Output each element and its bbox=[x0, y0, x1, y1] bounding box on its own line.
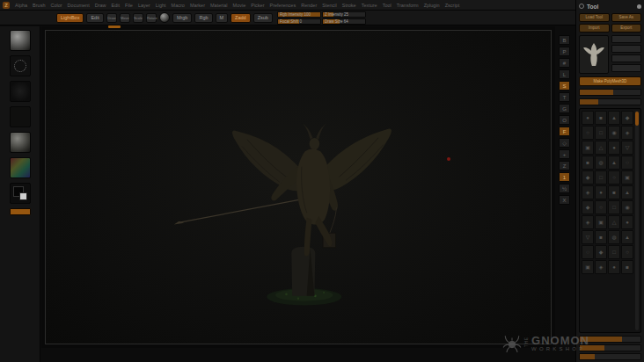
menu-item[interactable]: Preferences bbox=[267, 3, 299, 8]
frame-icon[interactable]: F bbox=[559, 127, 570, 136]
tool-inventory-item[interactable]: ◆ bbox=[582, 170, 594, 185]
xyz-icon[interactable]: X bbox=[559, 195, 570, 205]
palette-menu-icon[interactable] bbox=[579, 4, 584, 9]
menu-item[interactable]: Layer bbox=[135, 3, 153, 8]
tool-option-button[interactable] bbox=[611, 64, 641, 72]
tool-inventory-item[interactable]: □ bbox=[608, 200, 620, 214]
tool-panel-button[interactable]: Import bbox=[579, 24, 610, 33]
tool-inventory-item[interactable]: ■ bbox=[595, 111, 607, 125]
ghost-icon[interactable]: G bbox=[559, 104, 570, 113]
solo-icon[interactable]: O bbox=[559, 115, 570, 125]
tool-inventory-item[interactable]: ● bbox=[595, 185, 607, 199]
menu-item[interactable]: Light bbox=[153, 3, 169, 8]
menu-item[interactable]: Edit bbox=[109, 3, 122, 8]
tool-inventory-item[interactable]: □ bbox=[608, 245, 620, 259]
texture-thumbnail[interactable] bbox=[10, 106, 31, 127]
menu-item[interactable]: Brush bbox=[30, 3, 48, 8]
tool-inventory-item[interactable]: ◍ bbox=[608, 230, 620, 244]
switch-color-button[interactable] bbox=[10, 208, 31, 215]
viewport-canvas[interactable] bbox=[45, 30, 552, 344]
tool-slider[interactable] bbox=[579, 89, 641, 96]
tool-option-button[interactable] bbox=[611, 54, 641, 62]
z-intensity-slider[interactable]: Z Intensity 25 bbox=[322, 11, 366, 18]
tool-inventory-item[interactable]: □ bbox=[595, 126, 607, 140]
tool-inventory-item[interactable]: ● bbox=[608, 141, 620, 155]
color-swatches[interactable] bbox=[10, 183, 31, 204]
menu-item[interactable]: Picker bbox=[248, 3, 267, 8]
tool-inventory-item[interactable]: ◈ bbox=[582, 185, 594, 199]
menu-item[interactable]: Alpha bbox=[12, 3, 30, 8]
menu-item[interactable]: Texture bbox=[359, 3, 380, 8]
tool-inventory-item[interactable]: ◆ bbox=[621, 111, 633, 125]
tool-inventory-item[interactable]: ▲ bbox=[621, 185, 633, 199]
tool-slider[interactable] bbox=[579, 98, 641, 105]
aa-half-icon[interactable]: ½ bbox=[559, 184, 570, 193]
menu-item[interactable]: Stencil bbox=[319, 3, 340, 8]
tool-slider[interactable] bbox=[579, 353, 641, 360]
tool-inventory-item[interactable]: ◌ bbox=[621, 156, 633, 170]
inventory-scrollbar[interactable] bbox=[635, 111, 639, 330]
color-picker[interactable] bbox=[10, 157, 31, 178]
tool-inventory-item[interactable]: ○ bbox=[595, 200, 607, 214]
palette-pin-icon[interactable] bbox=[637, 4, 641, 9]
tool-inventory-item[interactable]: ▣ bbox=[582, 141, 594, 155]
tool-inventory-item[interactable]: ▲ bbox=[621, 230, 633, 244]
draw-size-slider[interactable]: Draw Size 64 bbox=[322, 18, 366, 25]
menu-item[interactable]: Document bbox=[65, 3, 92, 8]
tool-option-button[interactable] bbox=[611, 35, 641, 43]
tool-inventory-item[interactable]: □ bbox=[595, 170, 607, 185]
tool-inventory-item[interactable]: ▣ bbox=[582, 260, 594, 274]
menu-item[interactable]: Macro bbox=[169, 3, 187, 8]
menu-item[interactable]: Zplugin bbox=[421, 3, 443, 8]
make-polymesh3d-button[interactable]: Make PolyMesh3D bbox=[579, 76, 641, 86]
tool-inventory-item[interactable]: ▣ bbox=[595, 215, 607, 229]
m-toggle[interactable]: M bbox=[216, 13, 229, 23]
tool-inventory-item[interactable]: ◉ bbox=[621, 200, 633, 214]
alpha-thumbnail[interactable] bbox=[10, 81, 31, 102]
menu-item[interactable]: Zscript bbox=[443, 3, 463, 8]
tool-inventory-item[interactable]: △ bbox=[595, 141, 607, 155]
transparency-icon[interactable]: T bbox=[559, 92, 570, 102]
tool-inventory-item[interactable]: ▲ bbox=[608, 156, 620, 170]
menu-item[interactable]: Marker bbox=[187, 3, 208, 8]
menu-item[interactable]: Movie bbox=[231, 3, 249, 8]
tool-panel-button[interactable]: Export bbox=[611, 24, 642, 33]
floor-grid-icon[interactable]: # bbox=[559, 58, 570, 68]
perspective-icon[interactable]: P bbox=[559, 47, 570, 56]
tool-inventory-item[interactable]: ○ bbox=[582, 126, 594, 140]
tool-inventory-item[interactable]: ■ bbox=[595, 230, 607, 244]
menu-item[interactable]: Draw bbox=[92, 3, 109, 8]
rotate-mode-button[interactable]: Rotate bbox=[146, 13, 157, 23]
menu-item[interactable]: File bbox=[122, 3, 135, 8]
tool-inventory-item[interactable]: ◈ bbox=[595, 260, 607, 274]
brush-thumbnail[interactable] bbox=[10, 30, 31, 51]
tool-inventory-item[interactable]: ◉ bbox=[608, 126, 620, 140]
menu-item[interactable]: Transform bbox=[394, 3, 421, 8]
focal-shift-slider[interactable]: Focal Shift 0 bbox=[277, 18, 321, 25]
tool-inventory-item[interactable]: ● bbox=[621, 215, 633, 229]
zsub-toggle[interactable]: Zsub bbox=[253, 13, 273, 23]
tool-inventory-item[interactable]: ● bbox=[582, 111, 594, 125]
tool-inventory-item[interactable]: ■ bbox=[582, 156, 594, 170]
rgb-intensity-slider[interactable]: Rgb Intensity 100 bbox=[277, 11, 321, 18]
tool-panel-button[interactable]: Load Tool bbox=[579, 13, 610, 22]
bpr-render-icon[interactable]: B bbox=[559, 35, 570, 45]
tool-inventory-item[interactable]: ■ bbox=[608, 185, 620, 199]
menu-item[interactable]: Render bbox=[298, 3, 319, 8]
tool-inventory-item[interactable]: ◆ bbox=[582, 200, 594, 214]
actual-size-icon[interactable]: 1 bbox=[559, 172, 570, 182]
tool-inventory-item[interactable]: ▣ bbox=[621, 170, 633, 185]
zadd-toggle[interactable]: Zadd bbox=[231, 13, 251, 23]
shelf-divider-handle[interactable] bbox=[108, 25, 121, 28]
local-transform-icon[interactable]: L bbox=[559, 69, 570, 79]
zoom-canvas-icon[interactable]: Z bbox=[559, 161, 570, 170]
mrgb-toggle[interactable]: Mrgb bbox=[172, 13, 193, 23]
tool-inventory-item[interactable]: ▽ bbox=[621, 141, 633, 155]
tool-inventory-item[interactable]: ◈ bbox=[582, 215, 594, 229]
menu-item[interactable]: Tool bbox=[380, 3, 394, 8]
tool-inventory-item[interactable]: ◍ bbox=[595, 156, 607, 170]
scale-mode-button[interactable]: Scale bbox=[133, 13, 143, 23]
tool-inventory-item[interactable]: ■ bbox=[621, 260, 633, 274]
tool-inventory-item[interactable]: △ bbox=[608, 215, 620, 229]
menu-item[interactable]: Color bbox=[48, 3, 64, 8]
